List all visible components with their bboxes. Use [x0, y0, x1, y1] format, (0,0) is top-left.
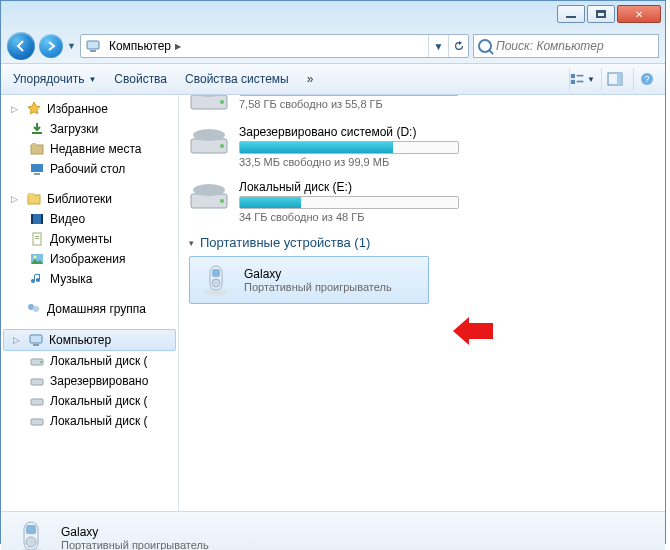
minimize-button[interactable]	[557, 5, 585, 23]
search-placeholder: Поиск: Компьютер	[496, 39, 604, 53]
svg-rect-7	[617, 73, 622, 85]
breadcrumb-label: Компьютер	[109, 39, 171, 53]
svg-rect-45	[212, 269, 220, 277]
svg-rect-5	[577, 81, 584, 83]
tree-libraries[interactable]: ▷ Библиотеки	[1, 189, 178, 209]
help-icon: ?	[640, 72, 654, 86]
tree-downloads[interactable]: Загрузки	[1, 119, 178, 139]
status-subtitle: Портативный проигрыватель	[61, 539, 209, 551]
svg-rect-49	[26, 525, 36, 534]
library-icon	[26, 191, 42, 207]
close-button[interactable]: ✕	[617, 5, 661, 23]
collapse-icon: ▾	[189, 238, 194, 248]
breadcrumb-segment[interactable]: Компьютер ▶	[105, 35, 185, 57]
svg-rect-21	[35, 236, 39, 237]
address-dropdown[interactable]: ▼	[428, 35, 448, 57]
view-options-button[interactable]: ▼	[569, 68, 595, 90]
tree-computer[interactable]: ▷ Компьютер	[3, 329, 176, 351]
music-icon	[29, 271, 45, 287]
tree-disk-e[interactable]: Локальный диск (	[1, 391, 178, 411]
svg-rect-0	[87, 41, 99, 49]
svg-rect-15	[28, 195, 40, 204]
drive-item[interactable]: 7,58 ГБ свободно из 55,8 ГБ	[189, 95, 655, 113]
tree-recent[interactable]: Недавние места	[1, 139, 178, 159]
svg-rect-28	[33, 344, 39, 346]
tree-disk-f[interactable]: Локальный диск (	[1, 411, 178, 431]
drive-free-text: 33,5 МБ свободно из 99,9 МБ	[239, 156, 459, 168]
drive-icon	[29, 413, 45, 429]
history-dropdown[interactable]: ▼	[67, 41, 76, 51]
navbar: ▼ Компьютер ▶ ▼ Поиск: Компьютер	[1, 29, 665, 63]
tree-music[interactable]: Музыка	[1, 269, 178, 289]
svg-rect-22	[35, 238, 39, 239]
titlebar: ✕	[1, 1, 665, 29]
computer-icon	[28, 332, 44, 348]
recent-icon	[29, 141, 45, 157]
svg-rect-4	[577, 75, 584, 77]
svg-rect-11	[31, 145, 43, 154]
player-icon	[11, 518, 51, 551]
callout-arrow-icon	[453, 317, 493, 345]
svg-point-50	[26, 537, 36, 547]
drive-item[interactable]: Зарезервировано системой (D:) 33,5 МБ св…	[189, 125, 655, 168]
svg-rect-27	[30, 335, 42, 343]
device-subtitle: Портативный проигрыватель	[244, 281, 392, 293]
svg-point-30	[40, 361, 42, 363]
content-area: ▷ Избранное Загрузки Недавние места Рабо…	[1, 95, 665, 511]
svg-point-41	[193, 184, 225, 196]
pane-icon	[607, 72, 623, 86]
tree-disk-c[interactable]: Локальный диск (	[1, 351, 178, 371]
svg-point-39	[220, 144, 224, 148]
drive-free-text: 34 ГБ свободно из 48 ГБ	[239, 211, 459, 223]
svg-point-36	[220, 100, 224, 104]
tree-pictures[interactable]: Изображения	[1, 249, 178, 269]
svg-rect-19	[41, 214, 43, 224]
maximize-button[interactable]	[587, 5, 615, 23]
back-button[interactable]	[7, 32, 35, 60]
explorer-window: ✕ ▼ Компьютер ▶ ▼	[0, 0, 666, 544]
svg-point-26	[33, 306, 39, 312]
search-icon	[478, 39, 492, 53]
computer-icon	[85, 38, 101, 54]
properties-button[interactable]: Свойства	[108, 70, 173, 88]
svg-rect-10	[32, 132, 42, 134]
status-name: Galaxy	[61, 525, 209, 539]
system-properties-button[interactable]: Свойства системы	[179, 70, 295, 88]
pictures-icon	[29, 251, 45, 267]
main-pane: 7,58 ГБ свободно из 55,8 ГБ Зарезервиров…	[179, 95, 665, 511]
svg-point-42	[220, 199, 224, 203]
search-input[interactable]: Поиск: Компьютер	[473, 34, 659, 58]
drive-name: Зарезервировано системой (D:)	[239, 125, 459, 139]
details-pane: Galaxy Портативный проигрыватель	[1, 511, 665, 550]
toolbar-overflow[interactable]: »	[301, 70, 320, 88]
tree-homegroup[interactable]: Домашняя группа	[1, 299, 178, 319]
view-icon	[570, 72, 585, 86]
drive-icon	[189, 95, 229, 113]
tree-favorites[interactable]: ▷ Избранное	[1, 99, 178, 119]
svg-rect-14	[34, 173, 40, 175]
device-name: Galaxy	[244, 267, 392, 281]
tree-desktop[interactable]: Рабочий стол	[1, 159, 178, 179]
player-icon	[198, 262, 234, 298]
download-icon	[29, 121, 45, 137]
refresh-button[interactable]	[448, 35, 468, 57]
homegroup-icon	[26, 301, 42, 317]
video-icon	[29, 211, 45, 227]
drive-name: Локальный диск (E:)	[239, 180, 459, 194]
tree-disk-d[interactable]: Зарезервировано	[1, 371, 178, 391]
svg-point-38	[193, 129, 225, 141]
drive-icon	[29, 393, 45, 409]
drive-icon	[29, 353, 45, 369]
portable-devices-header[interactable]: ▾ Портативные устройства (1)	[189, 235, 655, 250]
help-button[interactable]: ?	[633, 68, 659, 90]
drive-icon	[29, 373, 45, 389]
address-bar[interactable]: Компьютер ▶ ▼	[80, 34, 469, 58]
tree-videos[interactable]: Видео	[1, 209, 178, 229]
tree-documents[interactable]: Документы	[1, 229, 178, 249]
drive-item[interactable]: Локальный диск (E:) 34 ГБ свободно из 48…	[189, 180, 655, 223]
preview-pane-button[interactable]	[601, 68, 627, 90]
drive-free-text: 7,58 ГБ свободно из 55,8 ГБ	[239, 98, 459, 110]
device-galaxy[interactable]: Galaxy Портативный проигрыватель	[189, 256, 429, 304]
organize-menu[interactable]: Упорядочить▼	[7, 70, 102, 88]
forward-button[interactable]	[39, 34, 63, 58]
